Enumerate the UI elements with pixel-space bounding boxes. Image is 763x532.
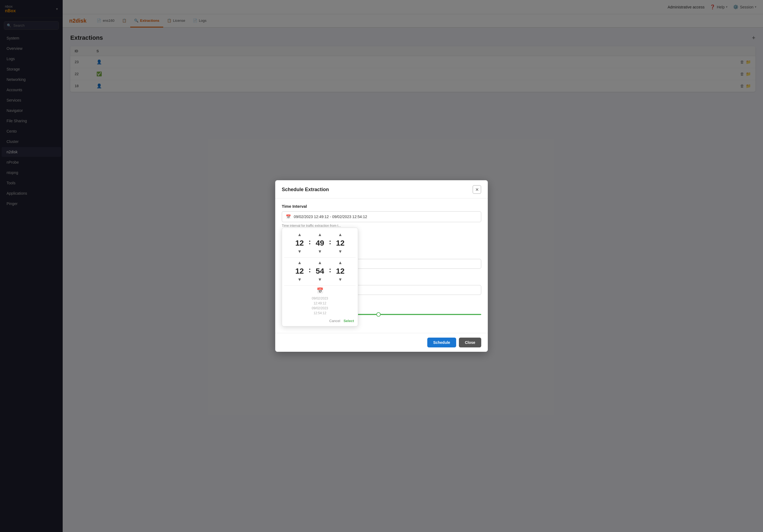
timepicker-cancel-button[interactable]: Cancel (329, 319, 340, 323)
end-minutes-value: 54 (313, 267, 327, 276)
colon-sep: : (329, 238, 331, 249)
timepicker-select-button[interactable]: Select (344, 319, 354, 323)
start-hours-value: 12 (292, 239, 307, 247)
start-seconds-up[interactable]: ▲ (335, 231, 345, 238)
timepicker-divider2 (284, 285, 356, 286)
end-time-row: ▲ 12 ▼ : ▲ 54 ▼ : ▲ 12 (284, 259, 356, 283)
start-hours-col: ▲ 12 ▼ (292, 231, 307, 255)
time-interval-wrapper: 📅 09/02/2023 12:49:12 - 09/02/2023 12:54… (282, 211, 481, 222)
start-time-row: ▲ 12 ▼ : ▲ 49 ▼ : ▲ 12 (284, 231, 356, 255)
slider-thumb[interactable] (376, 312, 381, 316)
schedule-button[interactable]: Schedule (427, 338, 456, 347)
modal-footer: Schedule Close (275, 333, 488, 352)
end-hours-up[interactable]: ▲ (294, 259, 304, 266)
end-seconds-down[interactable]: ▼ (335, 276, 345, 283)
end-minutes-up[interactable]: ▲ (315, 259, 325, 266)
modal-body: Time Interval 📅 09/02/2023 12:49:12 - 09… (275, 199, 488, 333)
colon-sep: : (308, 266, 311, 277)
end-seconds-up[interactable]: ▲ (335, 259, 345, 266)
start-seconds-down[interactable]: ▼ (335, 248, 345, 255)
timepicker-divider (284, 257, 356, 258)
end-seconds-value: 12 (333, 267, 348, 276)
start-minutes-down[interactable]: ▼ (315, 248, 325, 255)
end-minutes-down[interactable]: ▼ (315, 276, 325, 283)
modal-title: Schedule Extraction (282, 187, 329, 193)
end-hours-col: ▲ 12 ▼ (292, 259, 307, 283)
timepicker-dates: 09/02/2023 12:49:12 09/02/2023 12:54:12 (284, 296, 356, 315)
modal-overlay[interactable]: Schedule Extraction ✕ Time Interval 📅 09… (0, 0, 763, 532)
colon-sep: : (329, 266, 331, 277)
schedule-extraction-modal: Schedule Extraction ✕ Time Interval 📅 09… (275, 180, 488, 352)
end-hours-down[interactable]: ▼ (294, 276, 304, 283)
time-interval-field[interactable]: 📅 09/02/2023 12:49:12 - 09/02/2023 12:54… (282, 211, 481, 222)
start-hours-down[interactable]: ▼ (294, 248, 304, 255)
end-minutes-col: ▲ 54 ▼ (313, 259, 327, 283)
end-hours-value: 12 (292, 267, 307, 276)
end-seconds-col: ▲ 12 ▼ (333, 259, 348, 283)
close-button[interactable]: Close (459, 338, 481, 347)
timepicker-actions: Cancel Select (284, 318, 356, 324)
start-minutes-value: 49 (313, 239, 327, 247)
time-interval-hint: Time interval for traffic extraction fro… (282, 224, 481, 227)
timepicker-dropdown: ▲ 12 ▼ : ▲ 49 ▼ : ▲ 12 (282, 227, 358, 326)
modal-close-button[interactable]: ✕ (473, 185, 481, 194)
start-minutes-up[interactable]: ▲ (315, 231, 325, 238)
start-seconds-col: ▲ 12 ▼ (333, 231, 348, 255)
calendar-icon: 📅 (286, 214, 291, 219)
start-minutes-col: ▲ 49 ▼ (313, 231, 327, 255)
start-hours-up[interactable]: ▲ (294, 231, 304, 238)
calendar-icon-bottom: 📅 (284, 287, 356, 294)
modal-header: Schedule Extraction ✕ (275, 180, 488, 199)
time-interval-value: 09/02/2023 12:49:12 - 09/02/2023 12:54:1… (294, 215, 367, 219)
time-interval-label: Time Interval (282, 204, 481, 209)
colon-sep: : (308, 238, 311, 249)
start-seconds-value: 12 (333, 239, 348, 247)
